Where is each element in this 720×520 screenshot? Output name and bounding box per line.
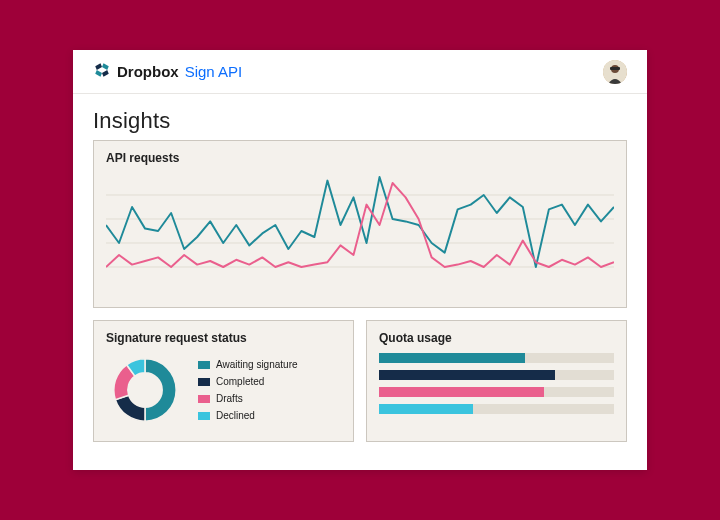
dropbox-sign-logo-icon (93, 61, 111, 83)
brand[interactable]: Dropbox Sign API (93, 61, 242, 83)
legend-awaiting: Awaiting signature (198, 359, 298, 370)
swatch-navy (198, 378, 210, 386)
svg-rect-2 (610, 67, 620, 70)
legend-declined-label: Declined (216, 410, 255, 421)
swatch-cyan (198, 412, 210, 420)
signature-status-panel: Signature request status Awaiting signat… (93, 320, 354, 442)
quota-usage-panel: Quota usage (366, 320, 627, 442)
header-bar: Dropbox Sign API (73, 50, 647, 94)
legend-completed-label: Completed (216, 376, 264, 387)
content: Insights API requests Signature request … (73, 94, 647, 470)
api-requests-panel: API requests (93, 140, 627, 308)
api-requests-chart (106, 171, 614, 291)
swatch-teal (198, 361, 210, 369)
legend-drafts: Drafts (198, 393, 298, 404)
page-title: Insights (93, 108, 627, 134)
api-requests-title: API requests (106, 151, 614, 165)
brand-sub: Sign API (185, 63, 243, 80)
quota-usage-title: Quota usage (379, 331, 614, 345)
quota-bar (379, 353, 614, 363)
legend-declined: Declined (198, 410, 298, 421)
quota-bar (379, 387, 614, 397)
brand-name: Dropbox (117, 63, 179, 80)
quota-bar (379, 370, 614, 380)
legend-awaiting-label: Awaiting signature (216, 359, 298, 370)
avatar[interactable] (603, 60, 627, 84)
legend-drafts-label: Drafts (216, 393, 243, 404)
quota-bar (379, 404, 614, 414)
signature-status-title: Signature request status (106, 331, 341, 345)
signature-status-legend: Awaiting signature Completed Drafts (198, 359, 298, 421)
swatch-pink (198, 395, 210, 403)
legend-completed: Completed (198, 376, 298, 387)
quota-usage-chart (379, 351, 614, 414)
app-window: Dropbox Sign API Insights API requests S… (73, 50, 647, 470)
signature-status-donut-chart (106, 351, 184, 429)
